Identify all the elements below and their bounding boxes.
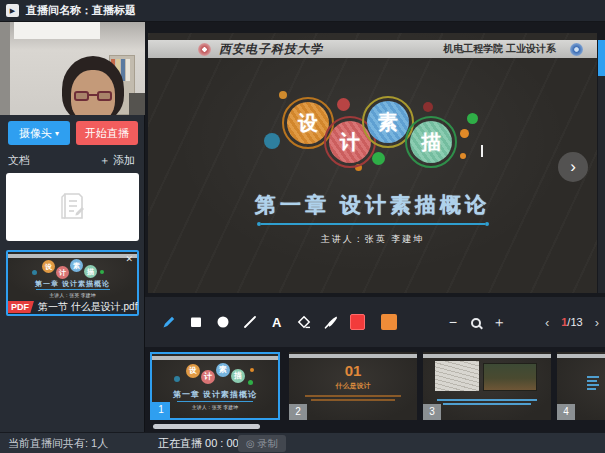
whiteboard-doc-card[interactable] <box>6 173 139 241</box>
chapter-underline <box>261 223 485 225</box>
status-bar: 当前直播间共有: 1人 正在直播 00 : 00 : 00 ◎ 录制 <box>0 432 605 453</box>
thumb3-painting-image <box>483 363 537 391</box>
page-indicator: 1/13 <box>561 316 582 328</box>
webcam-preview <box>0 22 145 115</box>
plus-icon: ＋ <box>99 154 110 166</box>
pdf-doc-card[interactable]: 设 计 素 描 第一章 设计素描概论 主讲人：张英 李建坤 ✕ PDF 第一节 … <box>6 250 139 316</box>
thumb2-caption: 什么是设计 <box>289 381 417 391</box>
start-live-button[interactable]: 开始直播 <box>76 121 138 145</box>
viewer-count: 当前直播间共有: 1人 <box>8 433 108 453</box>
page-navigator: ‹ 1/13 › <box>539 315 605 330</box>
live-stream-app: ▶ 直播间名称：直播标题 摄像头 ▾ <box>0 0 605 453</box>
deco-dot <box>279 91 287 99</box>
pen-tool-icon[interactable] <box>161 314 177 330</box>
topbar: ▶ 直播间名称：直播标题 <box>0 0 605 22</box>
magnifier-icon[interactable] <box>471 318 481 328</box>
text-cursor <box>481 145 483 157</box>
add-document-button[interactable]: ＋ 添加 <box>99 153 135 168</box>
deco-dot <box>337 98 350 111</box>
camera-button[interactable]: 摄像头 ▾ <box>8 121 70 145</box>
title-circle-miao: 描 <box>410 121 452 163</box>
thumbnails-scrollbar[interactable] <box>153 424 260 429</box>
webcam-wall <box>0 22 10 115</box>
play-icon: ▶ <box>10 7 15 14</box>
title-circle-she: 设 <box>287 102 329 144</box>
annotation-toolbar: A − ＋ ‹ 1/13 › <box>145 297 605 347</box>
slide-thumb-2[interactable]: 01 什么是设计 2 <box>289 352 417 420</box>
pdf-badge: PDF <box>8 301 34 313</box>
slide-header-band: 西安电子科技大学 机电工程学院 工业设计系 <box>148 40 597 58</box>
color-swatch-red[interactable] <box>350 314 366 330</box>
slide-thumb-3[interactable]: 3 <box>423 352 551 420</box>
zoom-controls: − ＋ <box>445 314 515 330</box>
documents-label: 文档 <box>8 153 30 168</box>
deco-dot <box>460 153 466 159</box>
presenter-line: 主讲人：张英 李建坤 <box>148 233 597 246</box>
slide-scrollbar-thumb[interactable] <box>598 40 605 76</box>
eraser-tool-icon[interactable] <box>296 314 312 330</box>
deco-dot <box>467 113 478 124</box>
document-icon <box>53 187 93 227</box>
line-tool-icon[interactable] <box>242 314 258 330</box>
slide-blackboard: 西安电子科技大学 机电工程学院 工业设计系 设 计 素 描 第一章 设计素描概论… <box>148 33 597 293</box>
zoom-in-icon[interactable]: ＋ <box>491 314 507 330</box>
ellipse-tool-icon[interactable] <box>215 314 231 330</box>
prev-page-icon[interactable]: ‹ <box>539 315 555 330</box>
slide-thumbnails: 设 计 素 描 第一章 设计素描概论 主讲人：张英 李建坤 1 01 什么是设计… <box>145 347 605 432</box>
university-seal-blue-icon <box>570 43 583 56</box>
pdf-thumbnail-image: 设 计 素 描 第一章 设计素描概论 主讲人：张英 李建坤 <box>8 252 137 300</box>
deco-dot <box>460 129 469 138</box>
next-slide-button[interactable]: › <box>558 152 588 182</box>
brush-clear-icon[interactable] <box>323 314 339 330</box>
chapter-title: 第一章 设计素描概论 <box>148 191 597 219</box>
color-swatch-orange[interactable] <box>381 314 397 330</box>
thumb-number-badge: 2 <box>289 404 307 420</box>
pdf-label-bar: PDF 第一节 什么是设计.pdf <box>8 300 137 314</box>
chevron-right-icon: › <box>570 157 576 176</box>
slide-thumb-1[interactable]: 设 计 素 描 第一章 设计素描概论 主讲人：张英 李建坤 1 <box>150 352 280 420</box>
thumb3-sketch-image <box>435 361 479 391</box>
thumb-number-badge: 4 <box>557 404 575 420</box>
deco-dot <box>264 133 280 149</box>
chevron-down-icon: ▾ <box>55 129 59 138</box>
sidebar: 摄像头 ▾ 开始直播 文档 ＋ 添加 设 计 素 <box>0 22 145 432</box>
zoom-out-icon[interactable]: − <box>445 314 461 330</box>
record-button[interactable]: ◎ 录制 <box>238 435 286 452</box>
thumb2-big-number: 01 <box>289 362 417 379</box>
documents-header: 文档 ＋ 添加 <box>0 151 145 169</box>
pdf-filename: 第一节 什么是设计.pdf <box>38 300 137 314</box>
university-name: 西安电子科技大学 <box>219 41 323 58</box>
room-title: 直播间名称：直播标题 <box>26 3 136 18</box>
title-circle-su: 素 <box>367 101 409 143</box>
next-page-icon[interactable]: › <box>589 315 605 330</box>
live-room-icon: ▶ <box>6 4 19 17</box>
stream-controls: 摄像头 ▾ 开始直播 <box>0 120 145 146</box>
slide-canvas[interactable]: 西安电子科技大学 机电工程学院 工业设计系 设 计 素 描 第一章 设计素描概论… <box>145 22 605 297</box>
deco-dot <box>372 152 385 165</box>
person-glasses <box>74 91 112 102</box>
rectangle-tool-icon[interactable] <box>188 314 204 330</box>
webcam-window <box>14 22 100 39</box>
thumb-number-badge: 1 <box>152 402 170 418</box>
deco-dot <box>423 102 433 112</box>
university-seal-red-icon <box>198 43 211 56</box>
slide-scrollbar-track[interactable] <box>598 40 605 293</box>
close-icon[interactable]: ✕ <box>125 254 133 264</box>
webcam-desk-object <box>129 93 145 115</box>
record-icon: ◎ <box>246 438 255 449</box>
slide-thumb-4[interactable]: 4 <box>557 352 605 420</box>
department-name: 机电工程学院 工业设计系 <box>443 42 556 56</box>
text-tool-icon[interactable]: A <box>269 314 285 330</box>
thumb-number-badge: 3 <box>423 404 441 420</box>
